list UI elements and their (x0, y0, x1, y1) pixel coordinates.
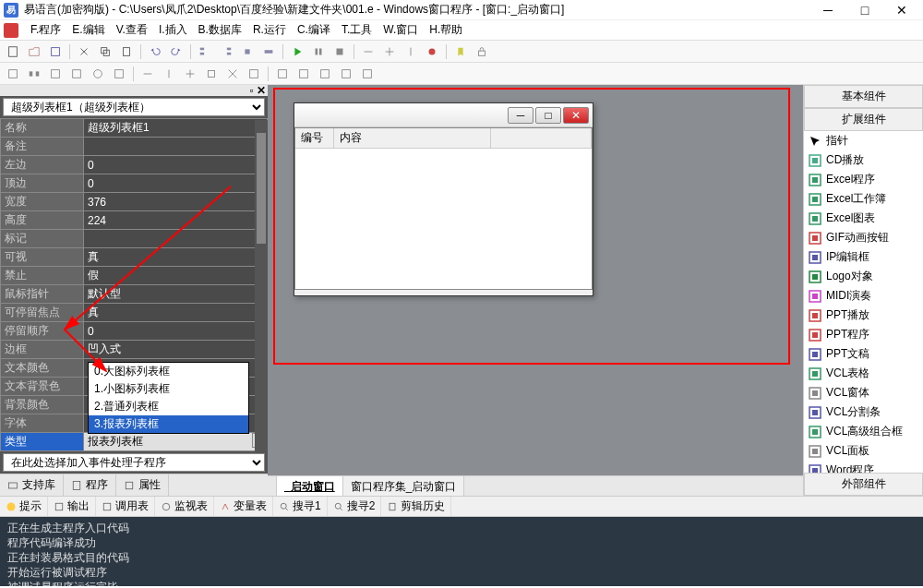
toolbox-item[interactable]: Logo对象 (804, 267, 923, 286)
prop-value[interactable]: 凹入式 (84, 341, 268, 359)
prop-value[interactable]: 假 (84, 267, 268, 285)
prop-label[interactable]: 备注 (1, 138, 84, 156)
prop-label[interactable]: 字体 (1, 414, 84, 433)
tb2-icon-3[interactable] (46, 65, 65, 83)
tb2-icon-9[interactable] (181, 65, 199, 83)
type-dropdown[interactable]: 0.大图标列表框 1.小图标列表框 2.普通列表框 3.报表列表框 (88, 362, 249, 434)
prop-label[interactable]: 顶边 (1, 174, 84, 193)
tab-window-group[interactable]: 窗口程序集_启动窗口 (343, 476, 465, 496)
panel-close-icon[interactable]: ▫ ✕ (249, 84, 266, 97)
prop-label[interactable]: 图标对齐方式 (1, 451, 84, 452)
toolbox-item[interactable]: VCL表格 (804, 364, 923, 383)
toolbox-item[interactable]: 指针 (804, 131, 923, 150)
toolbox-item[interactable]: Excel程序 (804, 170, 923, 189)
toolbox-item[interactable]: VCL分割条 (804, 402, 923, 422)
tb2-icon-11[interactable] (223, 65, 242, 83)
toolbox-item[interactable]: MIDI演奏 (804, 286, 923, 306)
tb2-icon-8[interactable] (160, 65, 178, 83)
toolbox-item[interactable]: PPT程序 (804, 325, 923, 344)
prop-label[interactable]: 标记 (1, 230, 84, 248)
prop-label[interactable]: 名称 (1, 119, 84, 138)
listview-col-content[interactable]: 内容 (334, 128, 491, 148)
menu-run[interactable]: R.运行 (248, 20, 291, 40)
toolbox-item[interactable]: VCL窗体 (804, 383, 923, 402)
prop-value[interactable] (84, 230, 268, 248)
btab-watch[interactable]: 监视表 (155, 497, 214, 516)
menu-window[interactable]: W.窗口 (378, 20, 423, 40)
prop-label[interactable]: 左边 (1, 156, 84, 174)
tab-support-lib[interactable]: 支持库 (0, 474, 64, 496)
tab-program[interactable]: 程序 (64, 474, 116, 496)
tb2-icon-16[interactable] (337, 65, 355, 83)
tb-stop-icon[interactable] (330, 42, 349, 61)
tb-save-icon[interactable] (46, 42, 65, 61)
prop-label[interactable]: 文本颜色 (1, 359, 84, 378)
tb-open-icon[interactable] (25, 42, 43, 61)
form-titlebar[interactable]: ─ □ ✕ (294, 103, 593, 127)
tb-align1-icon[interactable] (196, 42, 214, 61)
tb2-icon-10[interactable] (202, 65, 221, 83)
prop-label[interactable]: 停留顺序 (1, 322, 84, 341)
btab-tips[interactable]: 提示 (0, 497, 48, 516)
tb-breakpoint-icon[interactable] (423, 42, 441, 61)
btab-output[interactable]: 输出 (48, 497, 96, 516)
listview-header[interactable]: 编号 内容 (295, 128, 592, 149)
prop-label[interactable]: 禁止 (1, 267, 84, 285)
btab-vars[interactable]: 变量表 (214, 497, 273, 516)
prop-label[interactable]: 鼠标指针 (1, 285, 84, 304)
minimize-button[interactable]: ─ (818, 3, 838, 18)
menu-database[interactable]: B.数据库 (194, 20, 246, 40)
tb-new-icon[interactable] (4, 42, 22, 61)
toolbox-tab-external[interactable]: 外部组件 (804, 473, 923, 496)
menu-program[interactable]: F.程序 (26, 20, 66, 40)
dropdown-item[interactable]: 2.普通列表框 (89, 398, 248, 415)
menu-insert[interactable]: I.插入 (154, 20, 192, 40)
prop-value[interactable]: 超级列表框1 (84, 119, 268, 138)
btab-calltable[interactable]: 调用表 (96, 497, 155, 516)
toolbox-item[interactable]: Excel工作簿 (804, 189, 923, 209)
tb-undo-icon[interactable] (146, 42, 164, 61)
maximize-button[interactable]: □ (855, 3, 875, 18)
prop-label[interactable]: 可停留焦点 (1, 304, 84, 322)
btab-search2[interactable]: 搜寻2 (328, 497, 382, 516)
dropdown-item[interactable]: 1.小图标列表框 (89, 380, 248, 398)
tab-startup-window[interactable]: _启动窗口 (277, 476, 343, 496)
dropdown-item-selected[interactable]: 3.报表列表框 (89, 415, 248, 433)
toolbox-item[interactable]: CD播放 (804, 150, 923, 170)
tb-paste-icon[interactable] (117, 42, 136, 61)
prop-value[interactable]: 默认型 (84, 285, 268, 304)
form-maximize-icon[interactable]: □ (535, 107, 561, 124)
listview-col-empty[interactable] (491, 128, 592, 148)
prop-label[interactable]: 高度 (1, 211, 84, 230)
listview-col-id[interactable]: 编号 (295, 128, 334, 148)
prop-value[interactable]: 0 (84, 174, 268, 193)
prop-label[interactable]: 类型 (1, 433, 84, 451)
tb-pause-icon[interactable] (309, 42, 328, 61)
toolbox-item[interactable]: Word程序 (804, 461, 923, 473)
prop-value[interactable]: 真 (84, 248, 268, 267)
tb-align3-icon[interactable] (238, 42, 257, 61)
menu-tools[interactable]: T.工具 (337, 20, 377, 40)
menu-edit[interactable]: E.编辑 (67, 20, 109, 40)
tb-run-icon[interactable] (288, 42, 306, 61)
toolbox-item[interactable]: PPT播放 (804, 306, 923, 325)
tb2-icon-4[interactable] (67, 65, 86, 83)
tb-copy-icon[interactable] (96, 42, 114, 61)
tb2-icon-12[interactable] (245, 65, 263, 83)
prop-value[interactable]: 报表列表框▾ (84, 433, 268, 451)
prop-label[interactable]: 边框 (1, 341, 84, 359)
btab-search1[interactable]: 搜寻1 (273, 497, 328, 516)
tb2-icon-17[interactable] (358, 65, 377, 83)
tb2-icon-14[interactable] (294, 65, 313, 83)
tb2-icon-6[interactable] (110, 65, 128, 83)
form-minimize-icon[interactable]: ─ (508, 107, 533, 124)
listview[interactable]: 编号 内容 (294, 127, 593, 290)
tb2-icon-15[interactable] (316, 65, 334, 83)
prop-label[interactable]: 可视 (1, 248, 84, 267)
tb-lock-icon[interactable] (473, 42, 491, 61)
prop-value[interactable]: 224 (84, 211, 268, 230)
tb-redo-icon[interactable] (167, 42, 186, 61)
prop-value[interactable]: 376 (84, 193, 268, 211)
menu-compile[interactable]: C.编译 (293, 20, 335, 40)
form-close-icon[interactable]: ✕ (563, 107, 589, 124)
